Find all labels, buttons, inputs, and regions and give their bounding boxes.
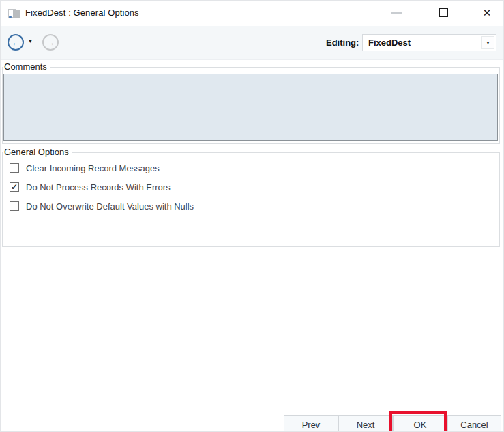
general-options-groupbox: General Options Clear Incoming Record Me… xyxy=(2,152,500,247)
app-icon xyxy=(8,7,21,20)
back-dropdown-caret-icon[interactable]: ▼ xyxy=(28,39,33,44)
maximize-icon xyxy=(439,8,448,17)
cancel-button[interactable]: Cancel xyxy=(447,415,501,432)
close-button[interactable]: ✕ xyxy=(471,1,503,25)
title-bar: FixedDest : General Options ✕ xyxy=(1,1,503,26)
forward-arrow-icon: → xyxy=(46,38,55,48)
minimize-button[interactable] xyxy=(381,1,413,25)
checkbox-do-not-process[interactable]: ✓ xyxy=(10,182,19,192)
comments-groupbox-label: Comments xyxy=(3,61,50,72)
forward-button[interactable]: → xyxy=(42,34,59,51)
editing-label: Editing: xyxy=(326,38,359,48)
minimize-icon xyxy=(391,12,402,14)
app-icon-front-pane xyxy=(13,10,20,18)
editing-combobox-dropdown-button[interactable]: ▼ xyxy=(481,36,494,49)
checkbox-label: Do Not Process Records With Errors xyxy=(26,182,171,192)
dialog-window: FixedDest : General Options ✕ ← ▼ → Edit… xyxy=(0,0,504,432)
next-button[interactable]: Next xyxy=(338,415,393,432)
checkbox-row-clear-incoming[interactable]: Clear Incoming Record Messages xyxy=(10,162,160,173)
comments-textarea[interactable] xyxy=(3,74,498,141)
back-arrow-icon: ← xyxy=(12,38,20,48)
editing-combobox-value: FixedDest xyxy=(368,38,411,48)
comments-groupbox: Comments xyxy=(2,67,500,144)
app-icon-dot xyxy=(9,16,12,18)
window-title: FixedDest : General Options xyxy=(25,8,139,18)
checkbox-label: Do Not Overwrite Default Values with Nul… xyxy=(26,201,194,212)
checkbox-clear-incoming[interactable] xyxy=(10,163,19,173)
close-icon: ✕ xyxy=(483,6,492,20)
maximize-button[interactable] xyxy=(428,1,460,25)
checkbox-do-not-overwrite[interactable] xyxy=(10,201,19,211)
back-button[interactable]: ← xyxy=(8,34,24,51)
checkbox-label: Clear Incoming Record Messages xyxy=(26,163,160,173)
prev-button[interactable]: Prev xyxy=(284,415,338,432)
toolbar: ← ▼ → Editing: FixedDest ▼ xyxy=(1,26,503,60)
general-options-groupbox-label: General Options xyxy=(3,147,72,157)
ok-button[interactable]: OK xyxy=(393,415,447,432)
editing-combobox[interactable]: FixedDest ▼ xyxy=(362,34,496,51)
checkbox-row-do-not-overwrite[interactable]: Do Not Overwrite Default Values with Nul… xyxy=(10,201,194,212)
checkbox-row-do-not-process[interactable]: ✓ Do Not Process Records With Errors xyxy=(10,182,171,192)
chevron-down-icon: ▼ xyxy=(486,40,490,45)
